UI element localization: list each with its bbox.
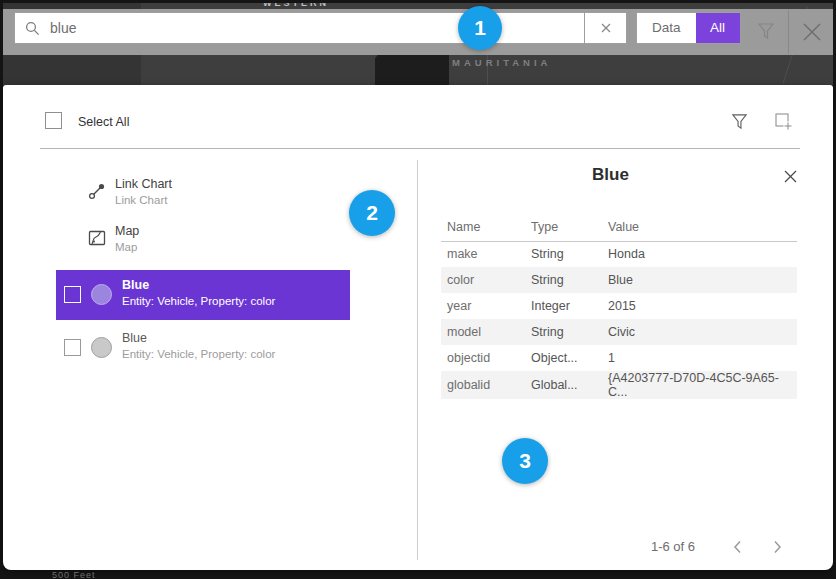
cell-name: model [441, 319, 525, 345]
cell-value: 2015 [602, 293, 797, 319]
add-selection-button[interactable] [769, 107, 797, 135]
table-row: objectid Object... 1 [441, 345, 797, 371]
annotation-badge-3: 3 [502, 438, 548, 484]
table-row: color String Blue [441, 267, 797, 293]
result-title: Blue [122, 331, 275, 345]
table-row: make String Honda [441, 241, 797, 267]
list-item-blue[interactable]: Blue Entity: Vehicle, Property: color [56, 323, 350, 373]
square-plus-icon [774, 112, 793, 131]
cell-type: String [525, 267, 602, 293]
cell-type: Global... [525, 371, 602, 399]
pagination-label: 1-6 of 6 [623, 539, 723, 554]
annotation-badge-2: 2 [349, 190, 395, 236]
cell-value: Civic [602, 319, 797, 345]
table-header-row: Name Type Value [441, 213, 797, 241]
close-search-button[interactable] [797, 17, 827, 47]
funnel-icon [730, 112, 749, 131]
annotation-badge-1: 1 [458, 6, 502, 50]
cell-value: Honda [602, 241, 797, 267]
pagination-next-button[interactable] [765, 535, 789, 559]
x-icon [600, 22, 612, 34]
results-panel: Select All Link Chart [3, 85, 833, 570]
item-checkbox[interactable] [64, 286, 81, 303]
result-title: Map [115, 224, 139, 238]
cell-type: String [525, 241, 602, 267]
funnel-icon [756, 21, 776, 41]
result-subtitle: Entity: Vehicle, Property: color [122, 295, 275, 307]
detail-close-button[interactable] [777, 163, 803, 189]
chevron-right-icon [773, 540, 782, 554]
table-row: globalid Global... {A4203777-D70D-4C5C-9… [441, 371, 797, 399]
entity-circle-icon [91, 337, 112, 358]
cell-value: 1 [602, 345, 797, 371]
data-all-toggle: Data All [636, 12, 741, 44]
list-item-link-chart[interactable]: Link Chart Link Chart [56, 179, 350, 213]
item-checkbox[interactable] [64, 339, 81, 356]
link-chart-icon [87, 181, 107, 201]
result-subtitle: Map [115, 241, 139, 253]
column-header: Value [602, 213, 797, 241]
select-all-checkbox[interactable] [45, 112, 62, 129]
toggle-option-all[interactable]: All [696, 13, 740, 43]
table-row: model String Civic [441, 319, 797, 345]
map-scale-label: 500 Feet [52, 570, 96, 579]
cell-value: Blue [602, 267, 797, 293]
detail-title: Blue [418, 165, 803, 185]
cell-type: Object... [525, 345, 602, 371]
select-all-label: Select All [78, 115, 129, 129]
result-subtitle: Link Chart [115, 194, 172, 206]
column-header: Name [441, 213, 525, 241]
cell-type: String [525, 319, 602, 345]
chevron-left-icon [733, 540, 742, 554]
map-icon [87, 228, 107, 248]
cell-name: color [441, 267, 525, 293]
app-window: WESTERN MAURITANIA 500 Feet blue Data Al… [0, 0, 836, 579]
result-subtitle: Entity: Vehicle, Property: color [122, 348, 275, 360]
toggle-option-data[interactable]: Data [637, 13, 696, 43]
search-value: blue [50, 20, 76, 36]
map-label-mauritania: MAURITANIA [452, 57, 551, 68]
cell-name: objectid [441, 345, 525, 371]
list-item-blue-selected[interactable]: Blue Entity: Vehicle, Property: color [56, 270, 350, 320]
pagination-prev-button[interactable] [725, 535, 749, 559]
panel-header-divider [40, 148, 800, 149]
attribute-table: Name Type Value make String Honda color … [441, 213, 797, 399]
filter-button[interactable] [751, 16, 781, 46]
map-label-western: WESTERN [263, 3, 329, 8]
clear-search-button[interactable] [584, 12, 627, 44]
column-header: Type [525, 213, 602, 241]
search-toolbar: blue Data All [3, 9, 833, 55]
result-title: Blue [122, 278, 275, 292]
panel-column-divider [417, 160, 418, 560]
cell-name: year [441, 293, 525, 319]
search-icon [25, 21, 40, 36]
table-row: year Integer 2015 [441, 293, 797, 319]
cell-type: Integer [525, 293, 602, 319]
toolbar-divider [788, 10, 789, 54]
close-icon [800, 20, 824, 44]
cell-name: globalid [441, 371, 525, 399]
list-item-map[interactable]: Map Map [56, 226, 350, 260]
cell-name: make [441, 241, 525, 267]
entity-circle-icon [91, 284, 112, 305]
results-filter-button[interactable] [725, 107, 753, 135]
result-title: Link Chart [115, 177, 172, 191]
cell-value: {A4203777-D70D-4C5C-9A65-C... [602, 371, 797, 399]
close-icon [783, 169, 798, 184]
